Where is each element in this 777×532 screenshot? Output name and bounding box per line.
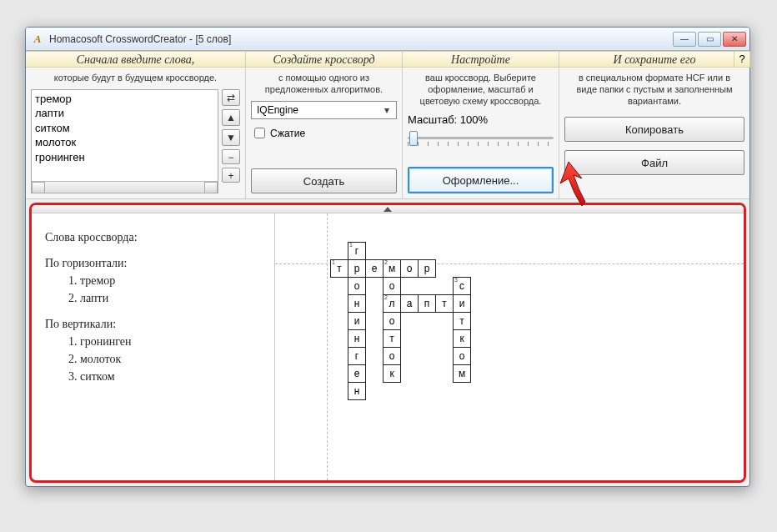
chevron-down-icon: ▾ [381,104,393,116]
cell-number: 1 [349,242,353,248]
grid-cell[interactable]: н [348,330,366,348]
grid-pane: г1т1рем2ороос3нл2аптииотнткгооекмн [275,213,744,480]
cell-number: 3 [454,277,458,283]
add-button[interactable]: + [222,168,240,183]
grid-cell[interactable]: т [436,295,454,313]
down-heading: По вертикали: [45,315,261,333]
grid-cell[interactable]: г [348,348,366,365]
grid-cell[interactable]: к [454,330,471,348]
step3-heading: Настройте [403,51,559,68]
minimize-button[interactable]: — [673,32,696,47]
word-line: молоток [35,135,214,150]
grid-cell[interactable]: о [454,348,471,365]
shuffle-button[interactable]: ⇄ [222,89,240,106]
across-clue: 1. тремор [45,272,261,289]
zoom-slider[interactable] [408,129,554,146]
step-save: ? И сохраните его в специальном формате … [559,51,749,198]
grid-cell[interactable]: т1 [331,260,348,278]
cell-number: 1 [332,259,335,265]
grid-cell[interactable]: л2 [383,295,401,313]
grid-cell[interactable]: и [348,313,366,330]
word-line: ситком [35,121,214,136]
cell-number: 2 [384,259,388,265]
compress-label: Сжатие [270,128,305,139]
copy-button[interactable]: Копировать [564,117,744,142]
engine-value: IQEngine [257,104,298,116]
app-window: A Homacosoft CrosswordCreator - [5 слов]… [25,27,750,487]
step4-desc: в специальном формате HCF или в виде пап… [564,71,744,112]
grid-cell[interactable]: с3 [454,278,471,295]
grid-cell[interactable]: а [401,295,419,313]
grid-cell[interactable]: о [348,278,366,295]
step2-heading: Создайте кроссворд [246,51,402,68]
maximize-button[interactable]: ▭ [698,32,721,47]
crossword-grid: г1т1рем2ороос3нл2аптииотнткгооекмн [330,242,471,400]
grid-cell[interactable]: т [454,313,471,330]
slider-thumb[interactable] [409,131,418,146]
across-heading: По горизонтали: [45,254,261,272]
engine-select[interactable]: IQEngine ▾ [251,101,397,119]
scale-label: Масштаб: 100% [408,112,554,128]
create-button[interactable]: Создать [251,168,397,193]
step-design: Настройте ваш кроссворд. Выберите оформл… [403,51,559,198]
grid-cell[interactable]: м [454,365,471,383]
down-clue: 3. ситком [45,368,261,385]
step1-heading: Сначала введите слова, [26,51,245,68]
down-clue: 2. молоток [45,350,261,368]
across-clue: 2. лапти [45,289,261,307]
remove-button[interactable]: − [222,149,240,164]
grid-cell[interactable]: о [383,313,401,330]
word-line: лапти [35,106,214,121]
preview-frame: Слова кроссворда: По горизонтали: 1. тре… [29,203,746,483]
splitter-grip-icon [383,207,392,212]
design-button[interactable]: Оформление... [408,167,554,193]
titlebar: A Homacosoft CrosswordCreator - [5 слов]… [26,28,749,51]
compress-row[interactable]: Сжатие [251,124,397,148]
move-down-button[interactable]: ▼ [222,129,240,146]
grid-cell[interactable]: е [366,260,383,278]
grid-cell[interactable]: р [348,260,366,278]
compress-checkbox[interactable] [254,128,265,138]
step-enter-words: Сначала введите слова, которые будут в б… [26,51,246,198]
grid-cell[interactable]: н [348,295,366,313]
word-line: гронинген [35,150,214,165]
grid-cell[interactable]: и [454,295,471,313]
grid-cell[interactable]: т [383,330,401,348]
grid-cell[interactable]: о [383,278,401,295]
clues-title: Слова кроссворда: [45,228,261,246]
h-splitter[interactable] [32,205,744,213]
step1-desc: которые будут в будущем кроссворде. [31,71,240,89]
grid-cell[interactable]: г1 [348,243,366,260]
step3-desc: ваш кроссворд. Выберите оформление, масш… [408,71,554,112]
slider-ticks [408,142,554,146]
step2-desc: с помощью одного из предложенных алгорит… [251,71,397,101]
grid-cell[interactable]: п [419,295,436,313]
grid-cell[interactable]: к [383,365,401,383]
wizard-steps: Сначала введите слова, которые будут в б… [26,51,749,199]
grid-cell[interactable]: е [348,365,366,383]
grid-cell[interactable]: о [383,348,401,365]
grid-cell[interactable]: м2 [383,260,401,278]
h-scrollbar[interactable] [32,181,218,193]
app-icon: A [31,33,44,46]
help-button[interactable]: ? [734,51,750,68]
clues-pane: Слова кроссворда: По горизонтали: 1. тре… [32,213,275,480]
word-line: тремор [35,92,214,107]
grid-cell[interactable]: н [348,383,366,400]
words-textarea[interactable]: тремор лапти ситком молоток гронинген [31,89,218,193]
close-button[interactable]: ✕ [723,32,746,47]
move-up-button[interactable]: ▲ [222,109,240,126]
margin-guide-v [327,213,328,480]
step4-heading: И сохраните его [559,51,749,68]
step-create: Создайте кроссворд с помощью одного из п… [246,51,403,198]
file-button[interactable]: Файл [564,150,744,175]
slider-track [408,137,554,139]
grid-cell[interactable]: р [419,260,436,278]
grid-cell[interactable]: о [401,260,419,278]
down-clue: 1. гронинген [45,333,261,350]
cell-number: 2 [384,294,388,300]
window-title: Homacosoft CrosswordCreator - [5 слов] [49,33,673,45]
